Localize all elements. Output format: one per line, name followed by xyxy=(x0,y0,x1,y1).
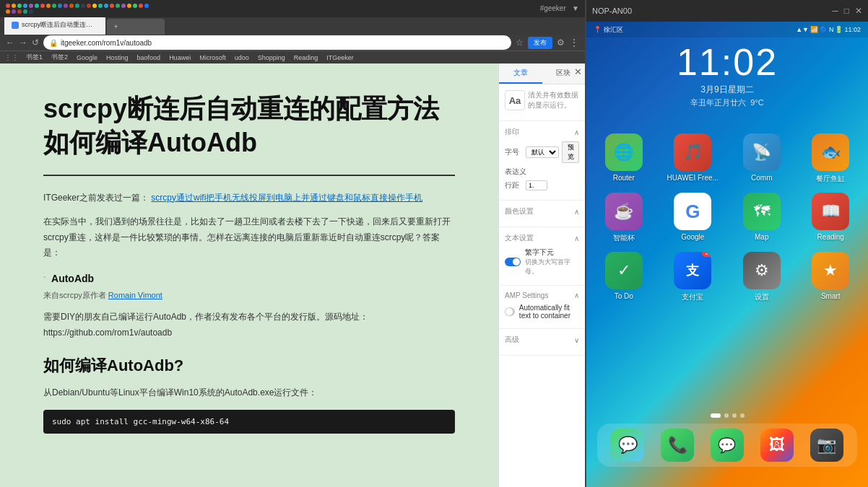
intro-link[interactable]: scrcpy通过wifi把手机无线投屏到电脑上并通过键盘和鼠标直接操作手机 xyxy=(151,193,422,203)
color-expand-icon[interactable]: ∧ xyxy=(574,208,579,216)
dot xyxy=(35,4,39,8)
app-label-router: Router xyxy=(613,174,635,182)
menu-btn[interactable]: ⋮ xyxy=(569,37,579,48)
article-author: 来自scrcpy原作者 Romain Vimont xyxy=(43,290,455,301)
user-profile: #geeker ▼ xyxy=(540,4,579,12)
bookmark-item[interactable]: Google xyxy=(74,53,100,62)
font-apply-btn[interactable]: 预览 xyxy=(562,141,579,163)
app-item-todo[interactable]: ✓ To Do xyxy=(594,252,654,302)
bookmark-item[interactable]: Huawei xyxy=(166,53,194,62)
article-body-1: 在实际当中，我们遇到的场景往往是，比如去了一趟卫生间或者去楼下去了一下快递，回来… xyxy=(43,214,455,261)
close-btn[interactable]: ✕ xyxy=(855,6,862,16)
dot xyxy=(6,4,10,8)
bookmark-item[interactable]: baofood xyxy=(134,53,164,62)
gallery-icon: 🖼 xyxy=(769,436,785,455)
dot xyxy=(98,4,103,8)
phone-status-bar: 📍 徐汇区 ▲▼ 📶 🔵 N 🔋 11:02 xyxy=(586,22,868,38)
browser-top-bar: #geeker ▼ xyxy=(0,0,585,17)
app-item-alipay[interactable]: 支 21 支付宝 xyxy=(663,252,724,302)
bookmark-item[interactable]: ITGeeker xyxy=(324,53,357,62)
dot xyxy=(6,9,10,14)
more-expand-icon[interactable]: ∨ xyxy=(574,336,579,344)
reload-btn[interactable]: ↺ xyxy=(32,38,39,48)
amp-expand-icon[interactable]: ∧ xyxy=(574,291,579,299)
app-item-smartcup[interactable]: ☕ 智能杯 xyxy=(594,193,654,243)
expand-icon[interactable]: ∧ xyxy=(574,128,579,136)
app-item-restaurant[interactable]: 🐟 餐厅鱼缸 xyxy=(801,133,862,184)
active-tab[interactable]: scrcpy断连后自动重连的配置方法 如何编译AutoAdb xyxy=(4,17,105,35)
apps-icon[interactable]: ⋮⋮ xyxy=(4,53,19,61)
dock-camera[interactable]: 📷 xyxy=(810,429,843,462)
dot xyxy=(133,4,137,8)
maximize-btn[interactable]: □ xyxy=(844,6,849,16)
location-icon: 📍 xyxy=(594,26,602,33)
browser-content: scrcpy断连后自动重连的配置方法 如何编译AutoAdb ITGeeker之… xyxy=(0,63,585,487)
app-label-restaurant: 餐厅鱼缸 xyxy=(816,174,845,184)
bluetooth-icon: 🔵 xyxy=(820,26,828,33)
sidebar-text-section: 文本设置 ∧ 繁字下元 切换为大写首字母。 xyxy=(499,227,585,286)
line-height-input[interactable] xyxy=(526,180,547,190)
battery-icon: 🔋 xyxy=(835,26,843,33)
app-item-google[interactable]: G Google xyxy=(663,193,724,243)
toggle-1-hint: 切换为大写首字母。 xyxy=(525,258,579,276)
status-time: 11:02 xyxy=(844,26,861,33)
dot xyxy=(127,4,131,8)
dot xyxy=(17,9,22,14)
dot xyxy=(139,4,143,8)
sidebar-tab-article[interactable]: 文章 xyxy=(499,63,542,84)
app-icon-huawei: 🎵 xyxy=(674,133,711,171)
toggle-row-2: Automatically fit text to container xyxy=(505,304,579,320)
dot xyxy=(12,4,16,8)
font-select[interactable]: 默认 xyxy=(526,146,559,158)
back-btn[interactable]: ← xyxy=(6,38,14,48)
app-item-settings[interactable]: ⚙ 设置 xyxy=(732,252,792,302)
bookmark-item[interactable]: Microsoft xyxy=(196,53,229,62)
settings-btn[interactable]: ⚙ xyxy=(557,38,565,48)
messages-icon: 💬 xyxy=(618,436,638,455)
app-icon-smartcup: ☕ xyxy=(605,193,643,230)
toggle-2[interactable] xyxy=(505,307,515,316)
bookmark-item[interactable]: Hosting xyxy=(103,53,131,62)
time-display: 11:02 xyxy=(586,43,868,81)
author-prefix: 来自scrcpy原作者 xyxy=(43,291,106,299)
bookmark-item[interactable]: udoo xyxy=(232,53,252,62)
app-item-router[interactable]: 🌐 Router xyxy=(594,133,654,184)
dot xyxy=(12,9,16,14)
bookmark-item[interactable]: Reading xyxy=(291,53,321,62)
inactive-tab-1[interactable]: + xyxy=(107,19,165,35)
weather-display: 辛丑年正月廿六 9°C xyxy=(586,97,868,108)
app-item-comm[interactable]: 📡 Comm xyxy=(732,133,792,184)
article-h2: 如何编译AutoAdb? xyxy=(43,355,455,377)
author-link[interactable]: Romain Vimont xyxy=(108,291,162,299)
bookmark-item[interactable]: 书签2 xyxy=(48,52,71,63)
minimize-btn[interactable]: ─ xyxy=(832,6,838,16)
app-item-smart[interactable]: ★ Smart xyxy=(801,252,862,302)
dock-wechat[interactable]: 💬 xyxy=(711,429,744,462)
date-display: 3月9日星期二 xyxy=(586,84,868,96)
text-expand-icon[interactable]: ∧ xyxy=(574,234,579,242)
article-divider xyxy=(43,175,455,176)
app-item-map[interactable]: 🗺 Map xyxy=(732,193,792,243)
bookmark-btn[interactable]: ☆ xyxy=(516,38,524,48)
app-item-reading[interactable]: 📖 Reading xyxy=(801,193,862,243)
dock-gallery[interactable]: 🖼 xyxy=(760,429,794,462)
address-bar[interactable]: 🔒 itgeeker.com/rom1v/autoadb xyxy=(43,35,511,50)
dot xyxy=(23,4,27,8)
color-label: 颜色设置 ∧ xyxy=(505,206,579,216)
dock-messages[interactable]: 💬 xyxy=(611,429,644,462)
share-btn[interactable]: 发布 xyxy=(528,37,552,49)
status-left: 📍 徐汇区 xyxy=(594,25,623,35)
bookmark-item[interactable]: 书签1 xyxy=(23,52,45,63)
dock-phone-app[interactable]: 📞 xyxy=(661,429,694,462)
app-label-comm: Comm xyxy=(751,174,772,182)
app-grid: 🌐 Router 🎵 HUAWEI Free... 📡 Comm 🐟 餐厅鱼缸 … xyxy=(594,133,861,302)
forward-btn[interactable]: → xyxy=(19,38,27,48)
sidebar-close-btn[interactable]: ✕ xyxy=(574,66,582,77)
bookmark-item[interactable]: Shopping xyxy=(255,53,288,62)
sidebar-font-section: Aa 清关并有效数据的显示运行。 xyxy=(499,84,585,121)
dot xyxy=(29,4,33,8)
dot xyxy=(46,4,51,8)
dot xyxy=(75,4,79,8)
app-item-huawei[interactable]: 🎵 HUAWEI Free... xyxy=(663,133,724,184)
toggle-1[interactable] xyxy=(505,258,521,266)
